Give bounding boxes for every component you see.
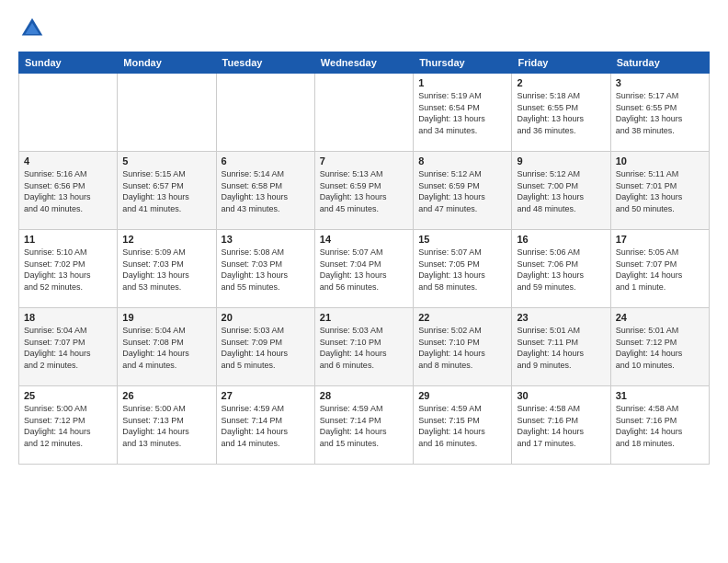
day-number: 14 xyxy=(320,234,408,245)
day-info: Sunrise: 5:12 AM Sunset: 6:59 PM Dayligh… xyxy=(418,168,506,214)
day-cell xyxy=(314,74,413,152)
day-number: 17 xyxy=(616,234,704,245)
day-cell: 31Sunrise: 4:58 AM Sunset: 7:16 PM Dayli… xyxy=(610,386,709,465)
logo xyxy=(18,15,50,42)
weekday-header-wednesday: Wednesday xyxy=(314,52,413,74)
day-number: 12 xyxy=(122,234,210,245)
day-info: Sunrise: 5:00 AM Sunset: 7:13 PM Dayligh… xyxy=(122,403,210,449)
day-number: 9 xyxy=(517,155,605,167)
day-number: 15 xyxy=(418,234,506,245)
day-info: Sunrise: 5:07 AM Sunset: 7:05 PM Dayligh… xyxy=(418,247,506,293)
day-info: Sunrise: 5:09 AM Sunset: 7:03 PM Dayligh… xyxy=(122,247,210,293)
week-row-2: 4Sunrise: 5:16 AM Sunset: 6:56 PM Daylig… xyxy=(19,152,710,230)
weekday-header-friday: Friday xyxy=(512,52,610,74)
day-info: Sunrise: 5:02 AM Sunset: 7:10 PM Dayligh… xyxy=(418,325,506,371)
day-number: 29 xyxy=(418,390,506,401)
day-number: 7 xyxy=(320,155,408,167)
day-info: Sunrise: 4:58 AM Sunset: 7:16 PM Dayligh… xyxy=(616,403,704,449)
day-info: Sunrise: 5:17 AM Sunset: 6:55 PM Dayligh… xyxy=(616,90,704,136)
day-number: 28 xyxy=(320,390,408,401)
day-info: Sunrise: 5:15 AM Sunset: 6:57 PM Dayligh… xyxy=(122,168,210,214)
day-info: Sunrise: 5:04 AM Sunset: 7:07 PM Dayligh… xyxy=(24,325,112,371)
day-number: 30 xyxy=(517,390,605,401)
day-number: 5 xyxy=(122,155,210,167)
day-info: Sunrise: 5:03 AM Sunset: 7:09 PM Dayligh… xyxy=(222,325,310,371)
day-cell: 13Sunrise: 5:08 AM Sunset: 7:03 PM Dayli… xyxy=(216,230,314,308)
header xyxy=(18,15,710,42)
day-cell xyxy=(216,74,314,152)
day-number: 10 xyxy=(616,155,704,167)
day-cell: 24Sunrise: 5:01 AM Sunset: 7:12 PM Dayli… xyxy=(610,308,709,386)
day-number: 20 xyxy=(222,312,310,323)
day-info: Sunrise: 4:59 AM Sunset: 7:14 PM Dayligh… xyxy=(222,403,310,449)
day-info: Sunrise: 5:10 AM Sunset: 7:02 PM Dayligh… xyxy=(24,247,112,293)
day-number: 23 xyxy=(517,312,605,323)
day-info: Sunrise: 5:16 AM Sunset: 6:56 PM Dayligh… xyxy=(24,168,112,214)
day-info: Sunrise: 5:04 AM Sunset: 7:08 PM Dayligh… xyxy=(122,325,210,371)
week-row-3: 11Sunrise: 5:10 AM Sunset: 7:02 PM Dayli… xyxy=(19,230,710,308)
day-number: 26 xyxy=(122,390,210,401)
day-cell: 23Sunrise: 5:01 AM Sunset: 7:11 PM Dayli… xyxy=(512,308,610,386)
day-number: 11 xyxy=(24,234,112,245)
day-cell: 19Sunrise: 5:04 AM Sunset: 7:08 PM Dayli… xyxy=(118,308,216,386)
day-number: 13 xyxy=(222,234,310,245)
day-cell: 7Sunrise: 5:13 AM Sunset: 6:59 PM Daylig… xyxy=(314,152,413,230)
day-cell: 11Sunrise: 5:10 AM Sunset: 7:02 PM Dayli… xyxy=(19,230,118,308)
day-cell: 14Sunrise: 5:07 AM Sunset: 7:04 PM Dayli… xyxy=(314,230,413,308)
day-number: 6 xyxy=(222,155,310,167)
day-number: 31 xyxy=(616,390,704,401)
day-cell: 1Sunrise: 5:19 AM Sunset: 6:54 PM Daylig… xyxy=(414,74,512,152)
week-row-1: 1Sunrise: 5:19 AM Sunset: 6:54 PM Daylig… xyxy=(19,74,710,152)
day-cell: 3Sunrise: 5:17 AM Sunset: 6:55 PM Daylig… xyxy=(610,74,709,152)
day-cell: 17Sunrise: 5:05 AM Sunset: 7:07 PM Dayli… xyxy=(610,230,709,308)
day-info: Sunrise: 5:01 AM Sunset: 7:11 PM Dayligh… xyxy=(517,325,605,371)
weekday-header-row: SundayMondayTuesdayWednesdayThursdayFrid… xyxy=(19,52,710,74)
day-cell: 4Sunrise: 5:16 AM Sunset: 6:56 PM Daylig… xyxy=(19,152,118,230)
day-number: 21 xyxy=(320,312,408,323)
day-number: 27 xyxy=(222,390,310,401)
day-cell: 9Sunrise: 5:12 AM Sunset: 7:00 PM Daylig… xyxy=(512,152,610,230)
day-info: Sunrise: 5:01 AM Sunset: 7:12 PM Dayligh… xyxy=(616,325,704,371)
weekday-header-thursday: Thursday xyxy=(414,52,512,74)
day-number: 18 xyxy=(24,312,112,323)
day-info: Sunrise: 5:06 AM Sunset: 7:06 PM Dayligh… xyxy=(517,247,605,293)
day-cell: 25Sunrise: 5:00 AM Sunset: 7:12 PM Dayli… xyxy=(19,386,118,465)
day-number: 4 xyxy=(24,155,112,167)
day-cell: 22Sunrise: 5:02 AM Sunset: 7:10 PM Dayli… xyxy=(414,308,512,386)
weekday-header-monday: Monday xyxy=(118,52,216,74)
day-cell: 12Sunrise: 5:09 AM Sunset: 7:03 PM Dayli… xyxy=(118,230,216,308)
day-info: Sunrise: 5:11 AM Sunset: 7:01 PM Dayligh… xyxy=(616,168,704,214)
day-cell xyxy=(19,74,118,152)
day-info: Sunrise: 5:08 AM Sunset: 7:03 PM Dayligh… xyxy=(222,247,310,293)
day-number: 2 xyxy=(517,77,605,88)
day-number: 22 xyxy=(418,312,506,323)
day-number: 25 xyxy=(24,390,112,401)
day-number: 8 xyxy=(418,155,506,167)
day-number: 24 xyxy=(616,312,704,323)
week-row-4: 18Sunrise: 5:04 AM Sunset: 7:07 PM Dayli… xyxy=(19,308,710,386)
day-cell: 16Sunrise: 5:06 AM Sunset: 7:06 PM Dayli… xyxy=(512,230,610,308)
day-cell: 8Sunrise: 5:12 AM Sunset: 6:59 PM Daylig… xyxy=(414,152,512,230)
day-cell: 30Sunrise: 4:58 AM Sunset: 7:16 PM Dayli… xyxy=(512,386,610,465)
weekday-header-saturday: Saturday xyxy=(610,52,709,74)
day-number: 1 xyxy=(418,77,506,88)
page: SundayMondayTuesdayWednesdayThursdayFrid… xyxy=(0,0,728,563)
day-info: Sunrise: 5:07 AM Sunset: 7:04 PM Dayligh… xyxy=(320,247,408,293)
day-cell: 10Sunrise: 5:11 AM Sunset: 7:01 PM Dayli… xyxy=(610,152,709,230)
day-info: Sunrise: 5:05 AM Sunset: 7:07 PM Dayligh… xyxy=(616,247,704,293)
day-cell: 29Sunrise: 4:59 AM Sunset: 7:15 PM Dayli… xyxy=(414,386,512,465)
day-info: Sunrise: 5:03 AM Sunset: 7:10 PM Dayligh… xyxy=(320,325,408,371)
day-number: 3 xyxy=(616,77,704,88)
logo-icon xyxy=(18,15,46,42)
day-number: 19 xyxy=(122,312,210,323)
day-cell: 2Sunrise: 5:18 AM Sunset: 6:55 PM Daylig… xyxy=(512,74,610,152)
day-info: Sunrise: 4:58 AM Sunset: 7:16 PM Dayligh… xyxy=(517,403,605,449)
weekday-header-tuesday: Tuesday xyxy=(216,52,314,74)
day-cell: 21Sunrise: 5:03 AM Sunset: 7:10 PM Dayli… xyxy=(314,308,413,386)
weekday-header-sunday: Sunday xyxy=(19,52,118,74)
day-info: Sunrise: 5:19 AM Sunset: 6:54 PM Dayligh… xyxy=(418,90,506,136)
day-info: Sunrise: 5:13 AM Sunset: 6:59 PM Dayligh… xyxy=(320,168,408,214)
day-cell: 6Sunrise: 5:14 AM Sunset: 6:58 PM Daylig… xyxy=(216,152,314,230)
day-info: Sunrise: 5:12 AM Sunset: 7:00 PM Dayligh… xyxy=(517,168,605,214)
calendar: SundayMondayTuesdayWednesdayThursdayFrid… xyxy=(18,52,710,465)
